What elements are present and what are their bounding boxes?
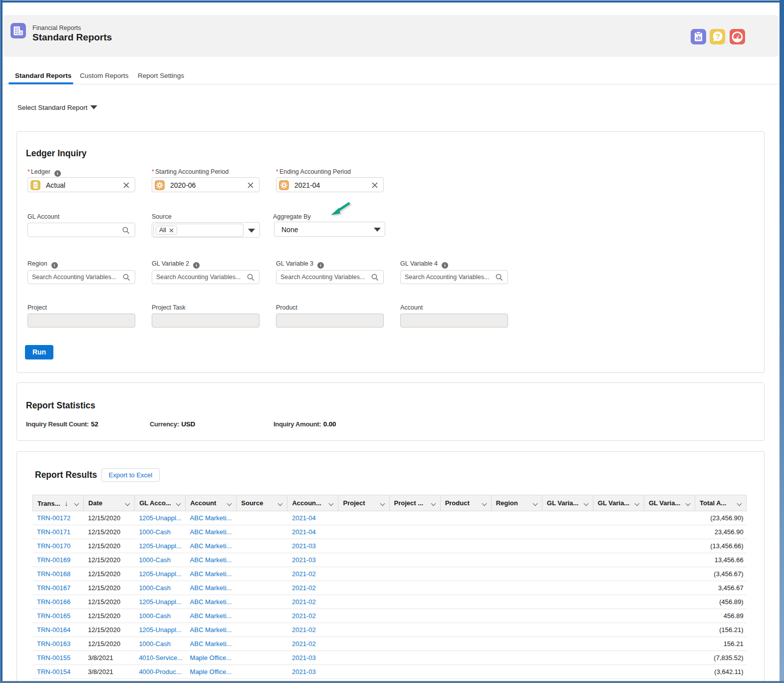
svg-text:?: ? xyxy=(716,32,720,40)
